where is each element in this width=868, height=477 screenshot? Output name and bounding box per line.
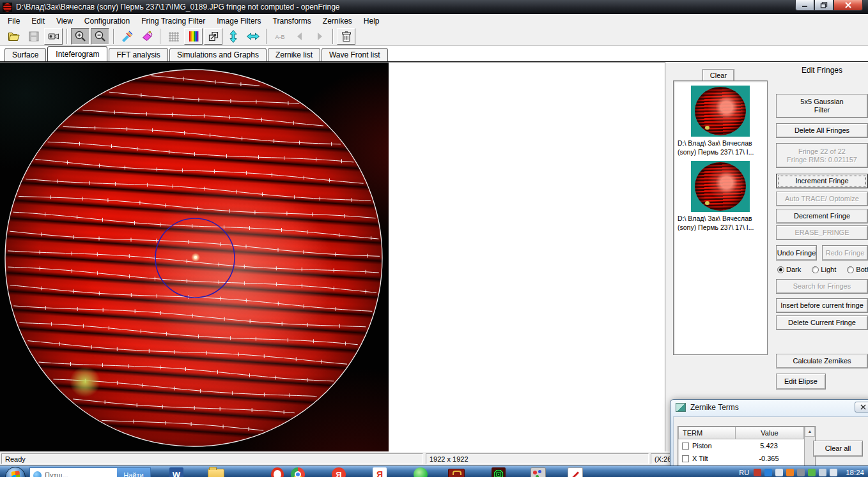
clear-all-button[interactable]: Clear all <box>813 441 863 457</box>
tab-simulations-and-graphs[interactable]: Simulations and Graphs <box>169 48 267 61</box>
search-button[interactable]: Найти <box>117 468 150 477</box>
tab-inteferogram[interactable]: Inteferogram <box>47 46 107 61</box>
help-blue-tray-icon[interactable] <box>764 469 772 476</box>
close-icon <box>844 2 852 8</box>
yandex-app-taskbar-icon[interactable]: Я <box>330 467 348 477</box>
brush-button[interactable] <box>118 28 136 45</box>
resize-vertical-button[interactable] <box>224 28 242 45</box>
menu-transforms[interactable]: Transforms <box>267 15 317 27</box>
delete-button[interactable] <box>337 28 355 45</box>
edit-elipse-button[interactable]: Edit Elipse <box>776 374 826 390</box>
taskbar-clock[interactable]: 18:24 <box>846 469 864 476</box>
red-alert-tray-icon[interactable] <box>754 469 761 476</box>
language-indicator[interactable]: RU <box>739 469 749 476</box>
thumbnail-image <box>691 86 750 137</box>
zernike-close-button[interactable] <box>855 402 868 413</box>
interferogram-image[interactable] <box>0 63 389 452</box>
zoom-in-icon <box>74 30 87 43</box>
term-checkbox[interactable] <box>682 455 689 462</box>
term-value: -0.365 <box>734 455 803 462</box>
radio-both[interactable]: Both <box>847 266 868 273</box>
tab-surface[interactable]: Surface <box>4 48 46 61</box>
radio-dark[interactable]: Dark <box>777 266 801 273</box>
grid-button[interactable] <box>164 28 183 45</box>
chrome-taskbar-icon[interactable] <box>289 467 307 477</box>
column-header-value[interactable]: Value <box>736 427 804 439</box>
tab-wave-front-list[interactable]: Wave Front list <box>322 48 388 61</box>
toolbox-taskbar-icon[interactable] <box>447 467 465 477</box>
menu-help[interactable]: Help <box>358 15 385 27</box>
paint-taskbar-icon[interactable] <box>529 467 547 477</box>
tab-bar: SurfaceInteferogramFFT analysisSimulatio… <box>0 46 868 62</box>
color-scale-button[interactable] <box>184 28 203 45</box>
titlebar: D:\Влад\Зак\Вячеслав (sony) Пермь 237\17… <box>0 0 868 14</box>
window-restore-tray-icon[interactable] <box>775 469 783 476</box>
yandex-taskbar-icon[interactable]: Я <box>371 467 389 477</box>
decrement-fringe-button[interactable]: Decrement Fringe <box>776 209 868 223</box>
radio-light[interactable]: Light <box>812 266 836 273</box>
column-header-term[interactable]: TERM <box>678 427 736 439</box>
eraser-button[interactable] <box>137 28 156 45</box>
volume-tray-icon[interactable] <box>830 469 837 476</box>
next-button <box>310 28 329 45</box>
display-tray-icon[interactable] <box>819 469 826 476</box>
scroll-up-icon[interactable]: ▲ <box>805 427 815 437</box>
delete-all-fringes-button[interactable]: Delete All Fringes <box>776 123 868 138</box>
delete-current-fringe-button[interactable]: Delete Current Fringe <box>776 315 868 330</box>
restore-button[interactable] <box>814 0 833 11</box>
fringe-list[interactable]: D:\ Влад\ Зак\ Вячеслав (sony) Пермь 237… <box>673 80 768 355</box>
resize-horizontal-button[interactable] <box>244 28 262 45</box>
radio-label: Dark <box>786 266 801 273</box>
fringe-edit-panel: Clear D:\ Влад\ Зак\ Вячеслав (sony) Пер… <box>665 62 868 451</box>
zernike-row: X Tilt-0.365 <box>678 452 815 465</box>
start-button[interactable] <box>5 467 26 477</box>
fingerprint-taskbar-icon[interactable] <box>490 467 508 477</box>
taskbar-search[interactable]: Путш... Найти <box>29 467 151 477</box>
openfringe-window: D:\Влад\Зак\Вячеслав (sony) Пермь 237\17… <box>0 0 868 477</box>
fringe-thumbnail-1[interactable]: D:\ Влад\ Зак\ Вячеслав (sony) Пермь 237… <box>674 86 767 156</box>
insert-before-current-fringe-button[interactable]: Insert before current fringe <box>776 298 868 313</box>
folder-taskbar-icon[interactable] <box>207 467 225 477</box>
zoom-in-button[interactable] <box>71 28 89 45</box>
camera-button[interactable] <box>44 28 63 45</box>
close-button[interactable] <box>833 0 863 11</box>
green-shield-tray-icon[interactable] <box>808 469 816 476</box>
word-taskbar-icon[interactable]: W <box>167 467 185 477</box>
menu-view[interactable]: View <box>50 15 79 27</box>
calculate-zernikes-button[interactable]: Calculate Zernikes <box>776 354 868 368</box>
flip-button[interactable] <box>204 28 222 45</box>
minimize-icon <box>801 2 809 8</box>
interferogram-canvas[interactable] <box>0 62 389 451</box>
radio-label: Light <box>821 266 836 273</box>
search-input[interactable]: Путш... <box>45 471 117 477</box>
gaussian-filter-button[interactable]: 5x5 Gaussian Filter <box>776 94 868 118</box>
menu-zernikes[interactable]: Zernikes <box>317 15 358 27</box>
term-name: Piston <box>692 442 734 450</box>
menu-image-filters[interactable]: Image Filters <box>211 15 267 27</box>
term-checkbox[interactable] <box>682 443 689 450</box>
redo-fringe-button: Redo Fringe <box>822 245 868 261</box>
fringe-thumbnail-2[interactable]: D:\ Влад\ Зак\ Вячеслав (sony) Пермь 237… <box>674 161 767 232</box>
tab-fft-analysis[interactable]: FFT analysis <box>109 48 167 61</box>
grid-icon <box>167 30 180 43</box>
zoom-out-button[interactable] <box>91 28 109 45</box>
system-tray: RU 18:24 <box>739 467 864 477</box>
opera-taskbar-icon[interactable] <box>268 467 286 477</box>
open-file-button[interactable] <box>4 28 23 45</box>
menu-fring-tracing-filter[interactable]: Fring Tracing Filter <box>136 15 211 27</box>
menu-file[interactable]: File <box>2 15 26 27</box>
undo-fringe-button[interactable]: Undo Fringe <box>776 245 817 261</box>
media-taskbar-icon[interactable] <box>566 467 584 477</box>
menu-edit[interactable]: Edit <box>26 15 50 27</box>
minimize-button[interactable] <box>795 0 814 11</box>
toolbar-separator <box>113 29 114 44</box>
tab-zernike-list[interactable]: Zernike list <box>268 48 320 61</box>
increment-fringe-button[interactable]: Increment Fringe <box>776 174 868 188</box>
fringe-info-button: Fringe 22 of 22 Fringe RMS: 0.021157 <box>776 143 868 168</box>
zernike-row: Piston5.423 <box>678 439 815 452</box>
thumbnail-hotspot <box>705 201 709 205</box>
gray-device-tray-icon[interactable] <box>797 469 805 476</box>
menu-configuration[interactable]: Configuration <box>79 15 136 27</box>
green-app-taskbar-icon[interactable] <box>412 467 430 477</box>
orange-update-tray-icon[interactable] <box>786 469 794 476</box>
